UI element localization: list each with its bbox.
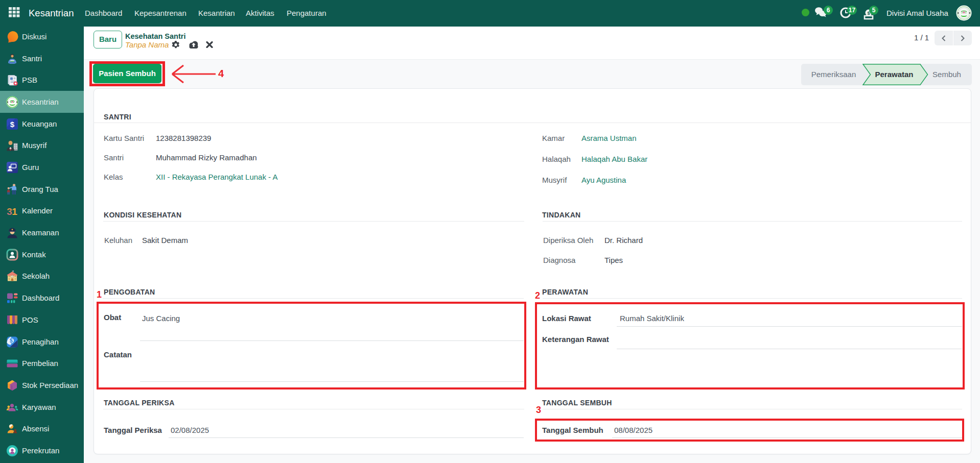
svg-text:$: $: [10, 120, 15, 129]
svg-text:Perawatan: Perawatan: [875, 70, 913, 79]
svg-text:$: $: [10, 337, 13, 344]
svg-text:Pemeriksaan: Pemeriksaan: [811, 70, 856, 79]
svg-text:Sembuh: Sembuh: [932, 70, 961, 79]
svg-text:3: 3: [7, 206, 12, 217]
svg-text:1: 1: [12, 206, 17, 217]
